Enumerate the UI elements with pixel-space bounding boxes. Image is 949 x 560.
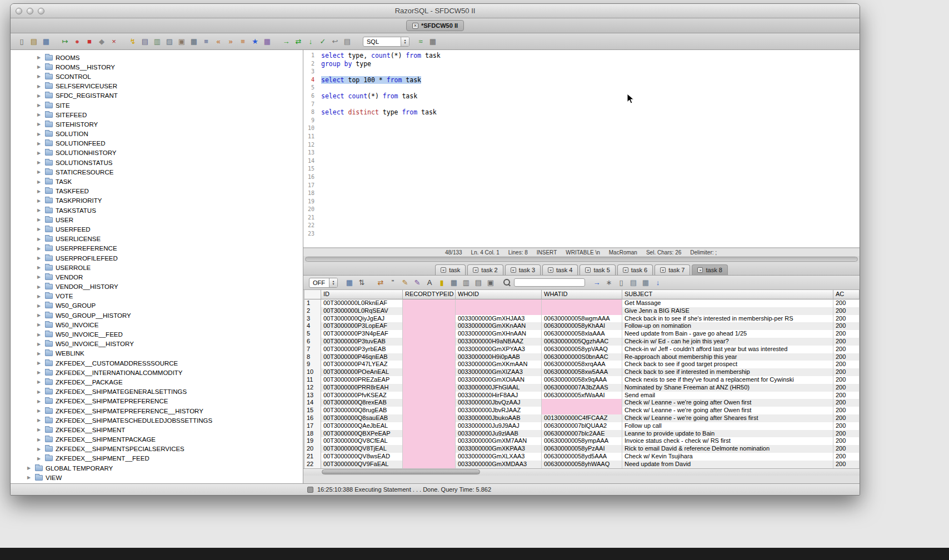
disclosure-triangle-icon[interactable]: ▶ — [37, 64, 44, 69]
tab-close-icon[interactable]: × — [585, 267, 591, 273]
table-cell[interactable]: 0033000000GmXKmAAN — [456, 361, 542, 368]
table-cell[interactable] — [403, 368, 456, 376]
table-cell[interactable]: Invoice status check - check w/ RS first — [622, 437, 833, 445]
disclosure-triangle-icon[interactable]: ▶ — [37, 160, 44, 165]
tab-close-icon[interactable]: × — [623, 267, 628, 273]
tree-item[interactable]: ▶SOLUTIONSTATUS — [11, 158, 303, 167]
table-cell[interactable]: 0033000000GmXKPAA3 — [456, 445, 542, 453]
table-cell[interactable] — [403, 353, 456, 361]
table-cell[interactable]: 006300000058xrqAAA — [542, 361, 622, 368]
tab-close-icon[interactable]: × — [660, 267, 666, 273]
tree-item[interactable]: ▶VOTE — [11, 292, 303, 301]
results-tab[interactable]: ×task 3 — [505, 264, 541, 275]
tab-close-icon[interactable]: × — [511, 267, 516, 273]
table-cell[interactable]: 0033000000GmXMDAA3 — [456, 461, 542, 468]
results-tab[interactable]: ×task 7 — [655, 264, 690, 275]
table-cell[interactable]: 0033000000JbukoAAB — [456, 414, 542, 422]
sql-editor[interactable]: 1234567891011121314151617181920212223 se… — [303, 50, 860, 248]
table-cell[interactable] — [542, 407, 622, 414]
tree-item[interactable]: ▶W50_INVOICE__HISTORY — [11, 339, 303, 349]
table-cell[interactable]: 00T3000000QBXPeEAP — [321, 430, 403, 438]
table-row[interactable]: 1300T3000000PfvKSEAZ0033000000HirF8AAJ00… — [304, 392, 860, 399]
results-tab[interactable]: ×task — [435, 264, 466, 275]
table-cell[interactable]: 00T3000000POeAnEAL — [321, 368, 403, 376]
table-cell[interactable]: 200 — [833, 430, 860, 438]
insert-row-icon[interactable]: ✎ — [399, 277, 411, 288]
table-cell[interactable] — [403, 361, 456, 368]
tab-close-icon[interactable]: × — [412, 23, 418, 29]
table-cell[interactable]: Send email — [622, 392, 833, 399]
tree-item[interactable]: ▶USERFEED — [11, 224, 303, 234]
table-cell[interactable]: 00T3000000P46qnEAB — [321, 353, 403, 361]
tree-item[interactable]: ▶ZKFEDEX__SHIPMENTPACKAGE — [11, 435, 303, 444]
table-cell[interactable]: Check back in to see if she's interested… — [622, 315, 833, 323]
table-cell[interactable]: 200 — [833, 346, 860, 353]
table-cell[interactable]: 200 — [833, 384, 860, 392]
disclosure-triangle-icon[interactable]: ▶ — [37, 169, 44, 174]
table-cell[interactable] — [403, 299, 456, 307]
disclosure-triangle-icon[interactable]: ▶ — [37, 84, 44, 89]
tree-item[interactable]: ▶ZKFEDEX__SHIPMATEPREFERENCE__HISTORY — [11, 406, 303, 416]
results-tab[interactable]: ×task 8 — [692, 264, 727, 275]
table-cell[interactable]: 0033000000Ju9zlAAB — [456, 430, 542, 438]
disclosure-triangle-icon[interactable]: ▶ — [37, 151, 44, 156]
copy-grid-icon[interactable]: ▤ — [473, 277, 484, 288]
disclosure-triangle-icon[interactable]: ▶ — [27, 475, 34, 480]
table-cell[interactable]: 200 — [833, 353, 860, 361]
table-cell[interactable]: 200 — [833, 392, 860, 399]
table-cell[interactable]: 200 — [833, 453, 860, 461]
table-row[interactable]: 1800T3000000QBXPeEAP0033000000Ju9zlAAB00… — [304, 430, 860, 438]
table-cell[interactable]: 200 — [833, 361, 860, 368]
print-grid-icon[interactable]: ▣ — [485, 277, 496, 288]
table-cell[interactable]: Check-in w/ Ed - can he join this year? — [622, 338, 833, 346]
execute-all-icon[interactable]: ⇄ — [293, 36, 304, 47]
execute-sql-icon[interactable]: ↯ — [127, 36, 138, 47]
disclosure-triangle-icon[interactable]: ▶ — [37, 217, 44, 222]
editor-hscrollbar-track[interactable] — [305, 257, 858, 262]
table-cell[interactable]: 200 — [833, 445, 860, 453]
document-tab[interactable]: × *SFDCW50 II — [406, 20, 464, 31]
tree-item[interactable]: ▶SITE — [11, 101, 303, 110]
tree-item[interactable]: ▶VENDOR — [11, 272, 303, 282]
table-cell[interactable]: 0033000000HirF8AAJ — [456, 392, 542, 399]
column-header[interactable]: AC — [833, 290, 860, 299]
edit-cell-icon[interactable]: A — [424, 277, 435, 288]
table-row[interactable]: 2000T3000000QV8TjEAL0033000000GmXKPAA300… — [304, 445, 860, 453]
table-row[interactable]: 100T3000000L0RknEAFGet Massage200 — [304, 299, 860, 307]
table-row[interactable]: 2100T3000000QV8wsEAD0033000000GmXLXAA300… — [304, 453, 860, 461]
table-cell[interactable]: Follow-up on nomination — [622, 322, 833, 330]
table-cell[interactable] — [403, 422, 456, 430]
export-file-icon[interactable]: ▥ — [152, 36, 163, 47]
table-cell[interactable] — [403, 414, 456, 422]
tree-item[interactable]: ▶ZKFEDEX__SHIPMATEPREFERENCE — [11, 397, 303, 406]
table-cell[interactable]: 0033000000GmXHnAAN — [456, 330, 542, 338]
tree-item[interactable]: ▶VENDOR__HISTORY — [11, 282, 303, 292]
window-titlebar[interactable]: RazorSQL - SFDCW50 II — [11, 4, 860, 18]
table-cell[interactable] — [403, 376, 456, 384]
table-info-icon[interactable]: ▦ — [448, 277, 459, 288]
save-icon[interactable]: ▦ — [41, 36, 52, 47]
disclosure-triangle-icon[interactable]: ▶ — [37, 313, 44, 318]
column-header[interactable]: WHATID — [542, 290, 622, 299]
table-cell[interactable] — [403, 307, 456, 315]
table-row[interactable]: 1600T3000000Q8sauEAB0033000000JbukoAAB00… — [304, 414, 860, 422]
disclosure-triangle-icon[interactable]: ▶ — [37, 447, 44, 452]
table-cell[interactable]: 200 — [833, 399, 860, 407]
export-results-icon[interactable]: ▤ — [628, 277, 639, 288]
table-cell[interactable]: 0033000000GmXHJAA3 — [456, 315, 542, 323]
table-row[interactable]: 1500T3000000Q8rugEAB0033000000JbvRJAAZCh… — [304, 407, 860, 414]
table-row[interactable]: 1100T3000000PREZaEAP0033000000GmXOiAAN00… — [304, 376, 860, 384]
table-cell[interactable] — [403, 392, 456, 399]
table-cell[interactable]: 00T3000000P3yrbEAB — [321, 346, 403, 353]
disclosure-triangle-icon[interactable]: ▶ — [37, 332, 44, 337]
tree-item[interactable]: ▶W50_GROUP — [11, 301, 303, 311]
tab-close-icon[interactable]: × — [548, 267, 553, 273]
tree-item[interactable]: ▶W50_INVOICE__FEED — [11, 329, 303, 339]
column-header[interactable]: RECORDTYPEID — [403, 290, 456, 299]
table-cell[interactable]: 00T3000000PRR8rEAH — [321, 384, 403, 392]
disclosure-triangle-icon[interactable]: ▶ — [37, 103, 44, 108]
format-sql-icon[interactable]: ≡ — [237, 36, 248, 47]
tree-item[interactable]: ▶VIEW — [11, 473, 303, 482]
table-cell[interactable]: 200 — [833, 315, 860, 323]
table-cell[interactable] — [403, 453, 456, 461]
